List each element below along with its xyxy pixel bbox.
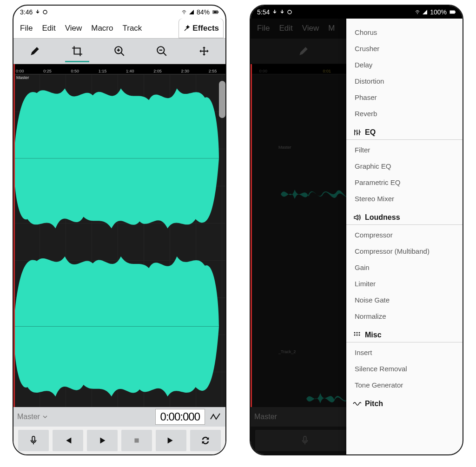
status-left: 5:54 [257, 8, 292, 16]
eq-header-label: EQ [365, 128, 376, 137]
menu-effects[interactable]: Effects [178, 19, 224, 38]
status-right: 100% [415, 8, 456, 16]
menu-view[interactable]: View [60, 19, 87, 38]
fx-parametric-eq[interactable]: Parametric EQ [346, 174, 463, 191]
track-selector[interactable]: Master [17, 413, 152, 421]
menu-file[interactable]: File [15, 19, 37, 38]
menu-track[interactable]: Track [118, 19, 146, 38]
fx-tone-generator[interactable]: Tone Generator [346, 377, 463, 393]
fx-gain[interactable]: Gain [346, 259, 463, 276]
stop-button[interactable] [121, 430, 152, 451]
fx-silence-removal[interactable]: Silence Removal [346, 361, 463, 377]
fx-insert[interactable]: Insert [346, 344, 463, 361]
grid-icon [353, 331, 361, 339]
crop-icon [71, 45, 83, 57]
fx-compressor[interactable]: Compressor [346, 227, 463, 243]
waveform-area[interactable]: 0:00 0:25 0:50 1:15 1:40 2:05 2:30 2:55 … [13, 64, 225, 407]
tool-crop[interactable] [59, 38, 96, 64]
skip-back-button[interactable] [53, 430, 83, 451]
download-icon [272, 10, 277, 14]
fx-filter[interactable]: Filter [346, 142, 463, 158]
track-label: Master [16, 75, 29, 80]
download-icon [280, 10, 284, 14]
fx-noise-gate[interactable]: Noise Gate [346, 292, 463, 308]
transport-bar [13, 427, 225, 454]
stop-icon [132, 435, 142, 446]
fx-header-misc: Misc [346, 324, 463, 342]
battery-icon [450, 10, 456, 14]
timeline[interactable]: 0:00 0:25 0:50 1:15 1:40 2:05 2:30 2:55 [13, 64, 225, 74]
svg-point-14 [357, 335, 358, 336]
status-right: 84% [182, 8, 219, 16]
loop-button[interactable] [190, 430, 221, 451]
playhead-cursor[interactable] [13, 64, 15, 407]
tick: 2:30 [181, 69, 190, 73]
svg-point-7 [288, 10, 291, 14]
menu-bar: File Edit View Macro Track Effects [13, 19, 225, 38]
wifi-icon [182, 10, 186, 14]
play-button[interactable] [87, 430, 118, 451]
fx-phaser[interactable]: Phaser [346, 89, 463, 105]
svg-rect-9 [455, 12, 456, 13]
record-button[interactable] [18, 430, 49, 451]
effects-label: Effects [192, 24, 219, 33]
menu-macro[interactable]: Macro [86, 19, 118, 38]
skip-back-icon [63, 435, 73, 446]
fx-header-eq: EQ [346, 122, 463, 140]
fx-stereo-mixer[interactable]: Stereo Mixer [346, 191, 463, 207]
download-icon [35, 10, 40, 14]
menu-edit[interactable]: Edit [37, 19, 60, 38]
svg-point-13 [354, 335, 356, 336]
sliders-icon [353, 128, 361, 137]
tick: 0:00 [16, 69, 24, 73]
fx-distortion[interactable]: Distortion [346, 73, 463, 89]
signal-icon [423, 10, 427, 14]
fx-delay[interactable]: Delay [346, 57, 463, 73]
pencil-icon [29, 45, 41, 57]
effects-menu-panel: Chorus Crusher Delay Distortion Phaser R… [346, 19, 463, 454]
fx-crusher[interactable]: Crusher [346, 40, 463, 57]
fx-graphic-eq[interactable]: Graphic EQ [346, 158, 463, 174]
fx-limiter[interactable]: Limiter [346, 276, 463, 292]
fx-reverb[interactable]: Reverb [346, 105, 463, 122]
tick: 0:25 [43, 69, 52, 73]
scroll-handle[interactable] [219, 81, 225, 118]
tool-zoom-out[interactable] [143, 38, 180, 64]
misc-header-label: Misc [365, 331, 382, 339]
wand-icon [183, 25, 191, 32]
waveform-display [13, 74, 219, 407]
tick: 1:15 [99, 69, 107, 73]
circle-icon [287, 10, 292, 14]
skip-forward-button[interactable] [156, 430, 186, 451]
svg-rect-3 [214, 11, 217, 13]
tool-move[interactable] [185, 38, 223, 64]
wifi-icon [415, 10, 420, 14]
tool-zoom-in[interactable] [101, 38, 138, 64]
fx-chorus[interactable]: Chorus [346, 24, 463, 40]
tool-edit[interactable] [16, 38, 53, 64]
envelope-button[interactable] [209, 410, 222, 423]
status-time: 3:46 [20, 8, 33, 16]
volume-icon [353, 213, 361, 222]
fx-normalize[interactable]: Normalize [346, 308, 463, 324]
svg-point-15 [359, 335, 360, 336]
svg-rect-2 [218, 12, 218, 13]
battery-icon [212, 10, 219, 14]
track-bar: Master 0:00:000 [13, 407, 225, 427]
svg-rect-8 [450, 11, 455, 13]
tick: 0:50 [71, 69, 79, 73]
fx-compressor-multiband[interactable]: Compressor (Multiband) [346, 243, 463, 259]
track-select-label: Master [17, 413, 40, 421]
zoom-out-icon [156, 45, 168, 57]
fx-header-loudness: Loudness [346, 207, 463, 225]
loop-icon [200, 435, 211, 446]
status-bar: 5:54 100% [251, 6, 463, 19]
signal-icon [189, 10, 194, 14]
phone-left: 3:46 84% File Edit View Macro Track Effe… [13, 5, 226, 455]
circle-icon [43, 10, 47, 14]
skip-forward-icon [166, 435, 176, 446]
time-display: 0:00:000 [155, 409, 205, 425]
svg-point-10 [354, 332, 356, 334]
status-left: 3:46 [20, 8, 47, 16]
playhead-cursor [251, 64, 252, 407]
